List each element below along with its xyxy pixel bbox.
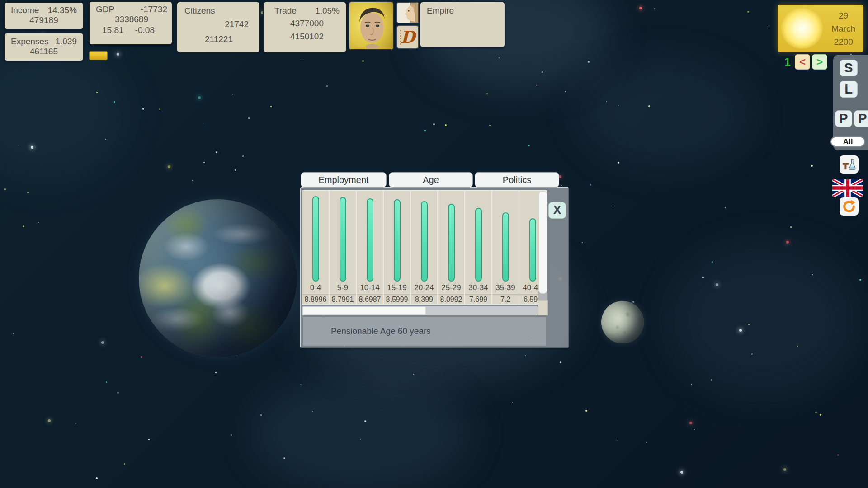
star (192, 180, 193, 181)
star (712, 261, 713, 263)
star (694, 429, 695, 430)
star (811, 165, 813, 167)
date-month: March (831, 22, 855, 35)
star (235, 169, 236, 171)
science-button[interactable] (840, 155, 859, 174)
star (38, 222, 39, 223)
star (215, 372, 217, 373)
age-column-5-9[interactable]: 5-98.7991 (330, 191, 357, 304)
load-button[interactable]: L (840, 81, 858, 98)
star (582, 242, 583, 243)
gold-chip[interactable] (89, 51, 108, 60)
uk-flag-icon (832, 179, 863, 197)
age-range-label: 20-24 (411, 282, 437, 294)
star (613, 206, 613, 206)
citizens-panel[interactable]: Citizens 21742 211221 (176, 1, 260, 53)
star (542, 71, 543, 73)
star (141, 356, 142, 358)
star (232, 94, 233, 95)
star (588, 61, 590, 63)
star (231, 434, 232, 436)
star (326, 85, 328, 87)
star (769, 26, 769, 27)
all-button[interactable]: All (830, 136, 865, 147)
advisor-portrait[interactable] (396, 2, 419, 23)
empire-label: Empire (427, 6, 454, 15)
age-range-label: 5-9 (330, 282, 356, 294)
star (680, 471, 683, 474)
star (618, 162, 619, 164)
trade-label: Trade (274, 6, 297, 16)
age-bar (394, 199, 401, 282)
refresh-button[interactable] (840, 197, 859, 216)
age-column-15-19[interactable]: 15-198.5999 (384, 191, 411, 304)
age-column-20-24[interactable]: 20-248.399 (411, 191, 438, 304)
income-panel[interactable]: Income 14.35% 479189 (4, 2, 84, 30)
star (689, 422, 692, 424)
star (203, 123, 203, 124)
star (560, 361, 561, 363)
planet-earth[interactable] (139, 199, 297, 357)
advisor-face-image (397, 3, 418, 23)
pensionable-age-text: Pensionable Age 60 years (303, 326, 431, 336)
gdp-delta: -17732 (141, 5, 167, 14)
citizens-value-2: 211221 (184, 29, 253, 44)
star (360, 439, 361, 440)
policy-left-button[interactable]: P (835, 110, 852, 127)
vertical-scrollbar-thumb[interactable] (538, 191, 547, 294)
star (859, 279, 861, 281)
tab-politics[interactable]: Politics (475, 172, 559, 188)
horizontal-scrollbar[interactable] (302, 306, 538, 315)
policy-right-button[interactable]: P (854, 110, 868, 127)
close-button[interactable]: X (548, 202, 566, 219)
trade-value-2: 4150102 (274, 28, 340, 42)
age-column-10-14[interactable]: 10-148.6987 (357, 191, 384, 304)
star (716, 283, 718, 286)
age-range-label: 15-19 (384, 282, 410, 294)
tab-age[interactable]: Age (389, 172, 473, 188)
leader-portrait[interactable] (349, 1, 394, 50)
vertical-scrollbar[interactable] (538, 191, 547, 300)
speed-decrease-button[interactable]: < (795, 54, 810, 70)
trade-panel[interactable]: Trade 1.05% 4377000 4150102 (263, 1, 347, 53)
date-panel[interactable]: 29 March 2200 (778, 5, 863, 52)
age-bar (448, 204, 455, 282)
age-column-35-39[interactable]: 35-397.2 (492, 191, 519, 304)
save-button[interactable]: S (840, 60, 858, 76)
faction-logo-d[interactable]: D (396, 25, 419, 49)
income-rate: 14.35% (48, 5, 77, 15)
star (786, 241, 789, 244)
expenses-rate: 1.039 (55, 37, 77, 47)
age-range-label: 30-34 (465, 282, 491, 294)
empire-panel[interactable]: Empire (420, 1, 505, 48)
star (260, 414, 262, 416)
age-column-25-29[interactable]: 25-298.0992 (438, 191, 465, 304)
star (525, 355, 526, 356)
star (797, 346, 798, 347)
star (536, 85, 537, 86)
age-column-30-34[interactable]: 30-347.699 (465, 191, 492, 304)
star (433, 123, 435, 125)
star (691, 384, 692, 385)
star (413, 374, 414, 375)
age-value-label: 8.7991 (330, 294, 356, 304)
star (203, 162, 205, 163)
star (283, 457, 285, 459)
expenses-panel[interactable]: Expenses 1.039 461165 (4, 33, 84, 61)
star (101, 341, 104, 344)
logo-letter: D (401, 27, 415, 47)
star (783, 468, 786, 471)
star (489, 125, 491, 126)
tab-employment[interactable]: Employment (301, 172, 387, 188)
star (585, 410, 587, 412)
language-button[interactable] (832, 179, 863, 197)
moon[interactable] (601, 301, 644, 343)
demographics-dialog: 0-48.89965-98.799110-148.698715-198.5999… (300, 187, 569, 348)
star (837, 454, 839, 456)
age-range-label: 25-29 (438, 282, 464, 294)
speed-increase-button[interactable]: > (812, 54, 827, 70)
horizontal-scrollbar-thumb[interactable] (303, 307, 426, 315)
age-value-label: 8.399 (411, 294, 437, 304)
gdp-panel[interactable]: GDP -17732 3338689 15.81 -0.08 (89, 1, 173, 45)
age-column-0-4[interactable]: 0-48.8996 (302, 191, 330, 304)
